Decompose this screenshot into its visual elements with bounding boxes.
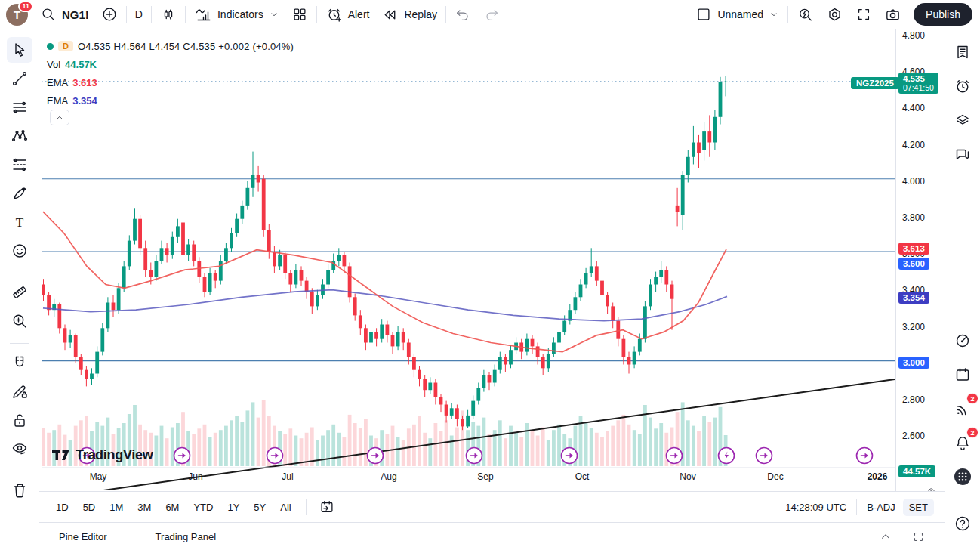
- sidebar-alerts-clock-button[interactable]: [949, 73, 976, 100]
- tool-trend-line[interactable]: [7, 66, 32, 91]
- legend-volume-row[interactable]: Vol 44.57K: [47, 55, 294, 73]
- tool-brush[interactable]: [7, 181, 32, 206]
- legend-main-row[interactable]: D O4.535 H4.564 L4.454 C4.535 +0.002 (+0…: [47, 37, 294, 55]
- snapshot-button[interactable]: [878, 3, 908, 26]
- lightning-marker[interactable]: [719, 448, 735, 464]
- price-tag-3.000[interactable]: 3.000: [898, 357, 929, 369]
- create-alert-button[interactable]: Alert: [319, 3, 376, 26]
- range-1y-button[interactable]: 1Y: [221, 499, 245, 516]
- range-1m-button[interactable]: 1M: [103, 499, 129, 516]
- sidebar-apps-menu-button[interactable]: [949, 463, 976, 490]
- tool-emoji[interactable]: [7, 238, 32, 264]
- right-sidebar: 22: [945, 29, 980, 550]
- tool-horizontal-lines[interactable]: [7, 94, 32, 120]
- tool-measure-ruler[interactable]: [7, 280, 32, 305]
- contract-label-tag[interactable]: NGZ2025: [851, 77, 899, 89]
- price-tag-3.354[interactable]: 3.354: [898, 292, 929, 304]
- compare-add-symbol-button[interactable]: [95, 3, 124, 26]
- time-axis-label[interactable]: Jun: [188, 471, 202, 482]
- range-ytd-button[interactable]: YTD: [187, 499, 219, 516]
- sidebar-economic-calendar-button[interactable]: [949, 361, 976, 388]
- time-axis-label[interactable]: Jul: [282, 471, 293, 482]
- contract-switch-marker[interactable]: [857, 448, 873, 464]
- range-all-button[interactable]: All: [274, 499, 297, 516]
- price-axis[interactable]: 4.8004.6004.4004.2004.0003.8003.6003.400…: [895, 29, 945, 550]
- contract-switch-marker[interactable]: [562, 448, 578, 464]
- sidebar-watchlist-button[interactable]: [949, 39, 976, 66]
- tool-text-tool[interactable]: T: [7, 209, 32, 235]
- range-5y-button[interactable]: 5Y: [248, 499, 272, 516]
- tradingview-logo-icon: [51, 446, 71, 464]
- panel-maximize-icon[interactable]: [912, 530, 925, 543]
- sidebar-notifications-bell-button[interactable]: 2: [949, 429, 976, 456]
- tool-fib-retracement[interactable]: [7, 152, 32, 178]
- range-1d-button[interactable]: 1D: [50, 499, 75, 516]
- contract-switch-marker[interactable]: [757, 448, 772, 464]
- time-axis-label[interactable]: Dec: [767, 471, 783, 482]
- legend-ema1-row[interactable]: EMA 3.613: [47, 73, 294, 91]
- trading-panel-tab[interactable]: Trading Panel: [156, 531, 216, 542]
- time-axis-label[interactable]: May: [90, 471, 107, 482]
- chart-style-button[interactable]: [154, 3, 183, 26]
- fullscreen-button[interactable]: [849, 3, 878, 26]
- user-menu-button[interactable]: T 11: [6, 4, 28, 26]
- chevron-down-icon: [269, 9, 279, 20]
- sidebar-help-question-button[interactable]: [949, 510, 976, 537]
- sidebar-object-tree-button[interactable]: [949, 107, 976, 134]
- layout-select-button[interactable]: Unnamed: [689, 3, 785, 26]
- adjustment-toggle[interactable]: B-ADJ: [867, 502, 895, 513]
- chevron-down-icon: [769, 9, 779, 20]
- contract-switch-marker[interactable]: [174, 448, 190, 464]
- volume-bar: [412, 425, 416, 466]
- settlement-toggle[interactable]: SET: [903, 499, 934, 516]
- panel-expand-chevron-up-icon[interactable]: [879, 530, 892, 543]
- publish-button[interactable]: Publish: [914, 3, 972, 26]
- tradingview-logo[interactable]: TradingView: [51, 446, 153, 464]
- price-tag-44.57K[interactable]: 44.57K: [898, 465, 935, 477]
- range-5d-button[interactable]: 5D: [77, 499, 102, 516]
- tool-xabcd-pattern[interactable]: [7, 123, 32, 149]
- undo-button[interactable]: [448, 3, 477, 26]
- range-3m-button[interactable]: 3M: [131, 499, 157, 516]
- indicators-button[interactable]: Indicators: [188, 3, 285, 26]
- svg-text:T: T: [16, 215, 24, 230]
- legend-collapse-button[interactable]: [50, 110, 69, 125]
- time-axis-label[interactable]: Oct: [575, 471, 590, 482]
- candle-body: [369, 332, 373, 342]
- time-axis-label[interactable]: Nov: [680, 471, 695, 482]
- contract-switch-marker[interactable]: [467, 448, 482, 464]
- templates-button[interactable]: [285, 3, 314, 26]
- legend-ema2-row[interactable]: EMA 3.354: [47, 91, 294, 110]
- ema-fast-line[interactable]: [43, 212, 726, 352]
- tool-lock-open[interactable]: [7, 407, 32, 433]
- time-axis-label[interactable]: Aug: [381, 471, 396, 482]
- price-tag-3.600[interactable]: 3.600: [898, 258, 929, 270]
- tool-drawing-pencil[interactable]: [7, 379, 32, 404]
- chart-settings-button[interactable]: [820, 3, 849, 26]
- quick-search-button[interactable]: [790, 3, 820, 26]
- sidebar-chat-button[interactable]: [949, 141, 976, 168]
- time-axis-label[interactable]: Sep: [477, 471, 494, 482]
- price-tag-4.535[interactable]: 4.53507:41:50: [898, 73, 938, 94]
- range-6m-button[interactable]: 6M: [159, 499, 185, 516]
- tool-remove-trash[interactable]: [7, 477, 32, 503]
- pine-editor-tab[interactable]: Pine Editor: [59, 531, 107, 542]
- clock-utc[interactable]: 14:28:09 UTC: [785, 502, 846, 513]
- tool-hide-drawings-eye[interactable]: [7, 436, 32, 462]
- contract-switch-marker[interactable]: [267, 448, 283, 464]
- interval-button[interactable]: D: [129, 3, 149, 26]
- ema-slow-line[interactable]: [43, 290, 727, 321]
- contract-switch-marker[interactable]: [667, 448, 683, 464]
- go-to-date-button[interactable]: [313, 496, 341, 518]
- tool-magnet[interactable]: [7, 350, 32, 375]
- symbol-search-button[interactable]: NG1!: [34, 3, 95, 26]
- redo-button[interactable]: [477, 3, 506, 26]
- contract-switch-marker[interactable]: [368, 448, 384, 464]
- tool-zoom-in[interactable]: [7, 308, 32, 334]
- sidebar-hotlists-button[interactable]: [949, 327, 976, 354]
- sidebar-streams-button[interactable]: 2: [949, 395, 976, 422]
- time-axis-label[interactable]: 2026: [868, 471, 888, 482]
- replay-button[interactable]: Replay: [375, 3, 443, 26]
- price-tag-3.613[interactable]: 3.613: [898, 243, 929, 255]
- tool-cursor[interactable]: [7, 37, 32, 63]
